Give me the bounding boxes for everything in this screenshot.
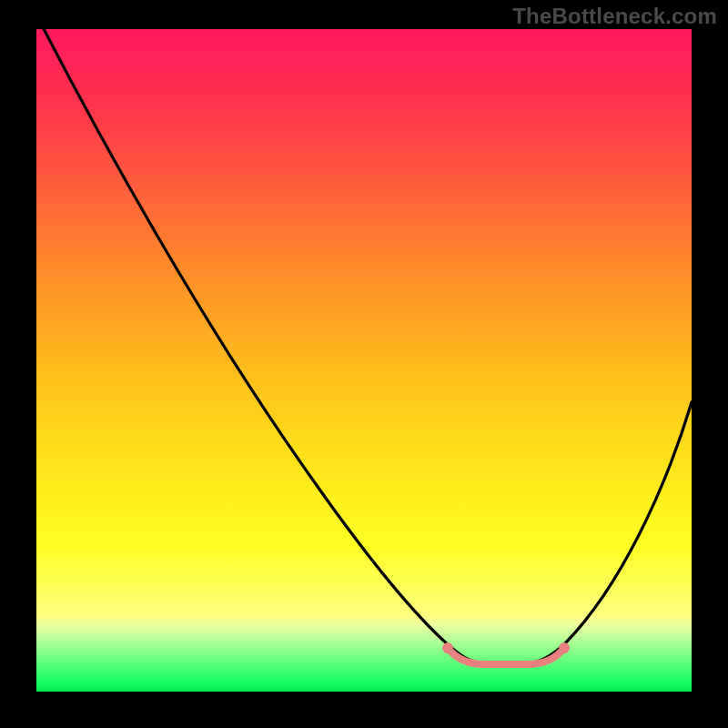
optimal-band-end-dot (559, 642, 570, 653)
watermark-text: TheBottleneck.com (512, 4, 717, 29)
chart-frame: TheBottleneck.com (0, 0, 728, 728)
curve-layer (36, 29, 692, 692)
plot-area (36, 29, 692, 692)
optimal-band-start-dot (442, 642, 453, 653)
bottleneck-curve (40, 29, 692, 663)
